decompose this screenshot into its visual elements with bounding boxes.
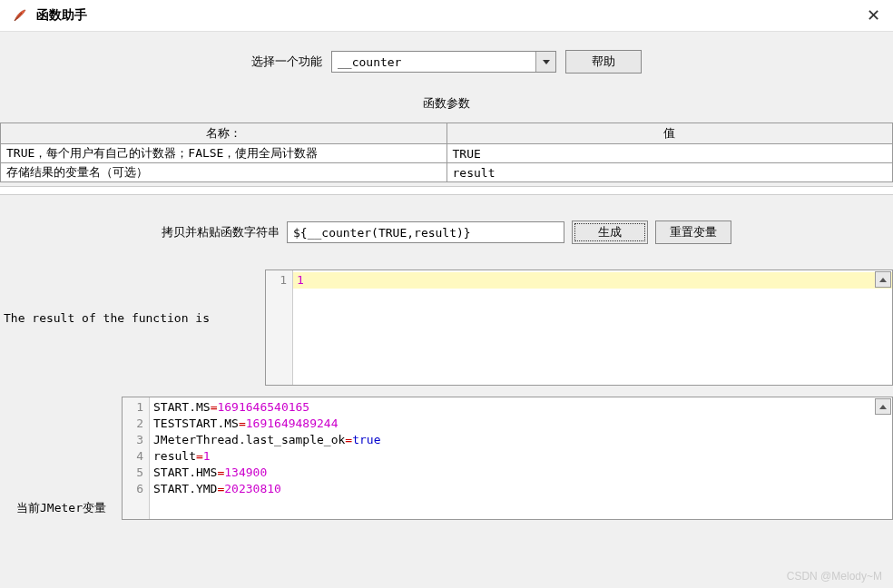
gutter-line-number: 6 (123, 481, 149, 497)
table-row[interactable]: TRUE，每个用户有自己的计数器；FALSE，使用全局计数器 TRUE (1, 144, 893, 163)
result-label: The result of the function is (4, 270, 265, 325)
titlebar-left: 函数助手 (13, 7, 87, 24)
result-gutter: 1 (266, 270, 293, 385)
param-name-cell: 存储结果的变量名（可选） (1, 163, 447, 182)
params-table: 名称： 值 TRUE，每个用户有自己的计数器；FALSE，使用全局计数器 TRU… (0, 122, 893, 182)
result-line: 1 (293, 272, 892, 289)
function-select-value: __counter (338, 55, 401, 69)
function-select-row: 选择一个功能 __counter 帮助 (0, 50, 893, 74)
vars-gutter: 1 2 3 4 5 6 (123, 397, 150, 519)
window-title: 函数助手 (36, 7, 87, 24)
gutter-line-number: 5 (123, 465, 149, 481)
function-string-input[interactable] (287, 221, 564, 243)
gutter-line-number: 4 (123, 448, 149, 465)
result-value: 1 (297, 273, 304, 287)
var-line: START.MS=1691646540165 (150, 399, 892, 416)
scroll-up-icon[interactable] (875, 398, 891, 415)
table-row[interactable]: 存储结果的变量名（可选） result (1, 163, 893, 182)
divider (0, 186, 893, 195)
copy-label: 拷贝并粘贴函数字符串 (162, 224, 280, 240)
gutter-line-number: 2 (123, 416, 149, 432)
var-line: START.YMD=20230810 (150, 481, 892, 497)
generate-button[interactable]: 生成 (572, 220, 648, 244)
copy-row: 拷贝并粘贴函数字符串 生成 重置变量 (0, 220, 893, 244)
var-line: TESTSTART.MS=1691649489244 (150, 416, 892, 432)
param-name-cell: TRUE，每个用户有自己的计数器；FALSE，使用全局计数器 (1, 144, 447, 163)
watermark: CSDN @Melody~M (787, 570, 882, 583)
param-value-cell[interactable]: TRUE (446, 144, 893, 163)
gutter-line-number: 1 (266, 272, 292, 289)
main-content: 选择一个功能 __counter 帮助 函数参数 名称： 值 TRUE，每个用户… (0, 32, 893, 520)
result-code-area: 1 (293, 270, 892, 385)
vars-label: 当前JMeter变量 (16, 500, 122, 520)
function-select[interactable]: __counter (331, 51, 556, 73)
param-value-cell[interactable]: result (446, 163, 893, 182)
table-header-row: 名称： 值 (1, 123, 893, 144)
var-line: JMeterThread.last_sample_ok=true (150, 432, 892, 448)
app-feather-icon (13, 8, 27, 23)
gutter-line-number: 1 (123, 399, 149, 416)
vars-row: 当前JMeter变量 1 2 3 4 5 6 START.MS=16916465… (0, 397, 893, 520)
vars-code-area: START.MS=1691646540165 TESTSTART.MS=1691… (150, 397, 892, 519)
reset-vars-button[interactable]: 重置变量 (655, 220, 731, 244)
help-button[interactable]: 帮助 (565, 50, 642, 74)
col-name-header: 名称： (1, 123, 447, 144)
gutter-line-number: 3 (123, 432, 149, 448)
chevron-down-icon[interactable] (535, 52, 555, 72)
var-line: result=1 (150, 448, 892, 465)
scroll-up-icon[interactable] (875, 271, 891, 288)
params-section-title: 函数参数 (0, 95, 893, 112)
col-value-header: 值 (446, 123, 893, 144)
select-label: 选择一个功能 (251, 54, 322, 70)
close-icon[interactable]: ✕ (867, 5, 880, 25)
result-row: The result of the function is 1 1 (0, 270, 893, 386)
var-line: START.HMS=134900 (150, 465, 892, 481)
titlebar: 函数助手 ✕ (0, 0, 893, 32)
result-viewer[interactable]: 1 1 (265, 270, 893, 386)
vars-viewer[interactable]: 1 2 3 4 5 6 START.MS=1691646540165 TESTS… (122, 397, 893, 520)
